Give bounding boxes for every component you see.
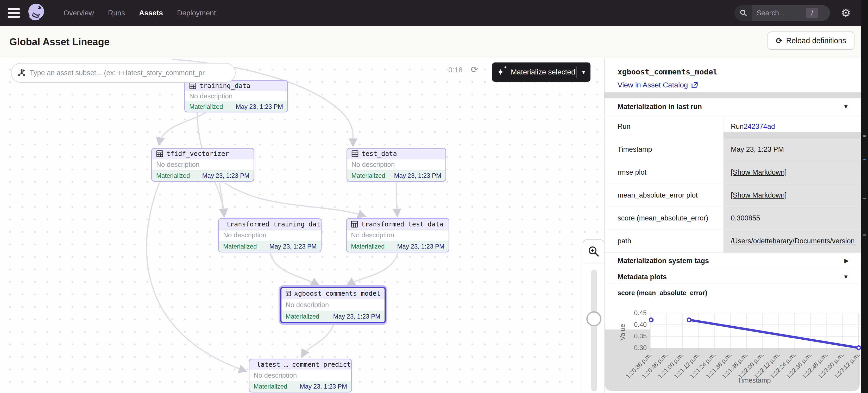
edge-transformed_test_data-to-xgboost_comments_model	[348, 253, 398, 285]
asset-node-header: xgboost_comments_model	[281, 288, 384, 299]
nav-item-overview[interactable]: Overview	[64, 9, 94, 17]
edge-test_data-to-transformed_test_data	[396, 183, 397, 216]
edge-tfidf_vectorizer-to-transformed_test_data	[224, 183, 365, 216]
asset-node-body: No description	[281, 299, 384, 311]
asset-node-footer: Materialized May 23, 1:23 PM	[219, 241, 321, 252]
search-shortcut-badge: /	[806, 8, 818, 18]
background-window-edge	[861, 0, 868, 393]
asset-node-name: transformed_training_data	[226, 221, 321, 228]
nav-item-deployment[interactable]: Deployment	[177, 9, 216, 17]
nav-item-runs[interactable]: Runs	[108, 9, 125, 17]
score-line-chart: 1:20:36 p.m.1:20:48 p.m.1:21:00 p.m.1:21…	[604, 298, 861, 393]
cell-scrollbar[interactable]	[723, 132, 861, 138]
data-point[interactable]	[649, 318, 653, 322]
table-icon	[286, 290, 291, 297]
metadata-link[interactable]: /Users/odetteharary/Documents/version	[731, 237, 855, 245]
metadata-link[interactable]: [Show Markdown]	[731, 191, 787, 199]
metadata-plot-title: score (mean_absolute_error)	[618, 289, 707, 297]
zoom-in-icon	[588, 245, 599, 257]
zoom-slider-track[interactable]	[591, 270, 597, 391]
data-point[interactable]	[687, 318, 691, 322]
edge-transformed_training_data-to-xgboost_comments_model	[270, 253, 318, 285]
asset-node-footer: Materialized May 23, 1:23 PM	[281, 311, 384, 322]
dagster-logo-icon[interactable]	[26, 2, 47, 24]
y-tick-label: 0.35	[634, 332, 647, 340]
asset-node-header: transformed_training_data	[219, 219, 321, 230]
asset-node-footer: Materialized May 23, 1:23 PM	[347, 170, 445, 181]
asset-node-description: No description	[223, 231, 266, 239]
asset-node-body: No description	[219, 230, 321, 241]
metadata-value: /Users/odetteharary/Documents/version	[723, 230, 861, 253]
asset-node-header: tfidf_vectorizer	[152, 149, 254, 159]
materialized-timestamp: May 23, 1:23 PM	[333, 313, 380, 320]
asset-node-transformed_training_data[interactable]: transformed_training_data No description…	[218, 218, 321, 253]
asset-node-header: latest_…_comment_predictions	[249, 359, 351, 370]
reload-definitions-button[interactable]: ⟳ Reload definitions	[768, 32, 855, 50]
materialized-status: Materialized	[223, 243, 257, 250]
chevron-down-icon: ▼	[843, 273, 849, 280]
zoom-in-button[interactable]	[583, 240, 604, 263]
asset-node-test_data[interactable]: test_data No description Materialized Ma…	[346, 148, 446, 182]
asset-node-name: test_data	[362, 150, 397, 158]
reload-icon: ⟳	[776, 36, 782, 45]
zoom-slider-handle[interactable]	[586, 311, 601, 326]
asset-node-description: No description	[286, 301, 329, 309]
gear-icon[interactable]: ⚙	[841, 7, 851, 19]
data-point[interactable]	[857, 346, 861, 350]
materialized-timestamp: May 23, 1:23 PM	[397, 243, 444, 250]
asset-lineage-graph[interactable]: training_data No description Materialize…	[0, 58, 604, 393]
metadata-link[interactable]: [Show Markdown]	[731, 168, 787, 176]
chevron-down-icon: ▼	[843, 103, 849, 110]
asset-node-transformed_test_data[interactable]: transformed_test_data No description Mat…	[346, 218, 450, 253]
view-in-asset-catalog-link[interactable]: View in Asset Catalog	[618, 81, 698, 89]
asset-node-description: No description	[189, 92, 232, 100]
section-materialization-last-run[interactable]: Materialization in last run ▼	[604, 98, 861, 115]
asset-subset-input[interactable]: Type an asset subset... (ex: ++latest_st…	[11, 63, 236, 83]
search-icon	[735, 5, 752, 21]
refresh-countdown: 0:18	[448, 66, 463, 74]
nav-item-assets[interactable]: Assets	[139, 9, 163, 17]
materialize-selected-button[interactable]: ✦✦ Materialize selected ▾	[492, 62, 590, 82]
section-metadata-plots[interactable]: Metadata plots ▼	[604, 269, 861, 285]
selected-asset-title: xgboost_comments_model	[618, 67, 717, 76]
metadata-key: Run	[604, 115, 723, 138]
asset-node-body: No description	[185, 91, 287, 101]
metadata-value: Run 242374ad	[723, 115, 861, 138]
asset-node-xgboost_comments_model[interactable]: xgboost_comments_model No description Ma…	[280, 287, 386, 323]
top-nav-bar: OverviewRunsAssetsDeployment Search... /…	[0, 0, 861, 26]
x-axis-title: Timestamp	[738, 376, 771, 384]
metadata-row: score (mean_absolute_error) 0.300855	[604, 207, 861, 230]
zoom-slider[interactable]	[583, 263, 604, 393]
asset-subset-placeholder: Type an asset subset... (ex: ++latest_st…	[30, 69, 205, 77]
hamburger-menu-icon[interactable]	[8, 8, 20, 18]
asset-node-tfidf_vectorizer[interactable]: tfidf_vectorizer No description Material…	[151, 148, 254, 182]
asset-node-header: transformed_test_data	[347, 219, 448, 230]
edge-tfidf_vectorizer-to-transformed_training_data	[219, 183, 224, 216]
search-input[interactable]: Search... /	[735, 5, 830, 21]
search-placeholder: Search...	[756, 9, 785, 17]
chevron-right-icon: ▶	[844, 257, 849, 264]
materialized-status: Materialized	[189, 103, 223, 110]
table-icon	[156, 150, 163, 157]
asset-node-latest_comment_predictions[interactable]: latest_…_comment_predictions No descript…	[249, 359, 352, 392]
materialized-timestamp: May 23, 1:23 PM	[236, 103, 283, 110]
run-id-link[interactable]: 242374ad	[744, 123, 775, 131]
asset-node-footer: Materialized May 23, 1:23 PM	[347, 241, 448, 252]
asset-details-panel: xgboost_comments_model View in Asset Cat…	[604, 58, 861, 393]
asset-node-header: test_data	[347, 149, 445, 159]
asset-node-description: No description	[351, 161, 395, 169]
materialize-dropdown-caret[interactable]: ▾	[577, 66, 590, 78]
asset-node-name: xgboost_comments_model	[294, 290, 380, 297]
materialized-status: Materialized	[254, 383, 287, 390]
asset-node-description: No description	[351, 231, 394, 239]
metadata-table: Run Run 242374ad Timestamp May 23, 1:23 …	[604, 115, 861, 253]
horizontal-scrollbar[interactable]	[604, 92, 861, 98]
asset-node-name: latest_…_comment_predictions	[257, 361, 352, 368]
metadata-value: [Show Markdown]	[723, 184, 861, 207]
metadata-key: score (mean_absolute_error)	[604, 207, 723, 230]
materialized-status: Materialized	[286, 313, 319, 320]
asset-node-footer: Materialized May 23, 1:23 PM	[152, 170, 254, 181]
y-tick-label: 0.30	[634, 344, 647, 351]
refresh-icon[interactable]: ⟳	[471, 64, 478, 75]
section-materialization-system-tags[interactable]: Materialization system tags ▶	[604, 253, 861, 269]
